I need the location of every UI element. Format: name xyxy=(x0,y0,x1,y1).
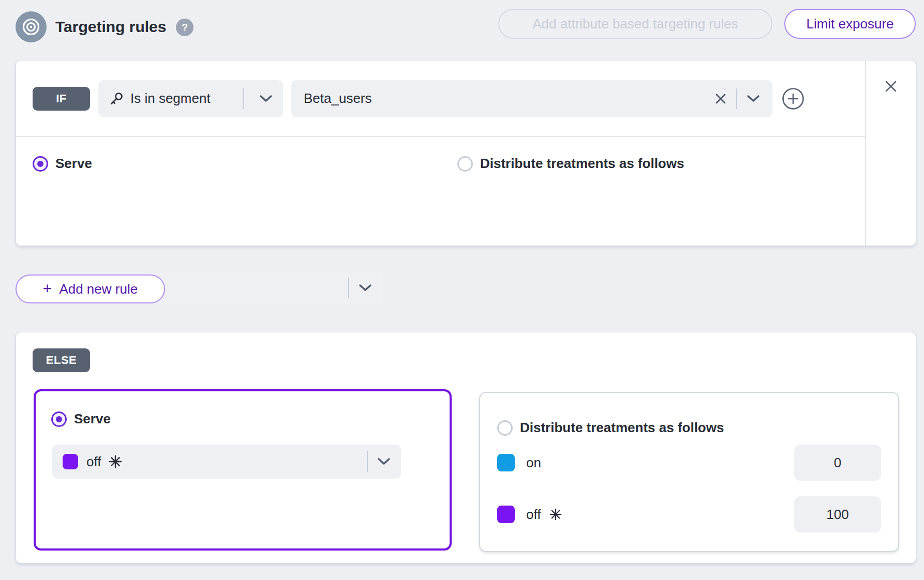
distribute-radio[interactable] xyxy=(457,156,473,172)
matcher-label: Is in segment xyxy=(130,90,211,106)
else-distribute-box[interactable]: Distribute treatments as follows on 0 of… xyxy=(479,392,899,552)
treatment-select[interactable]: off xyxy=(52,445,401,479)
serve-option[interactable]: Serve xyxy=(33,156,92,172)
if-badge: IF xyxy=(33,87,90,111)
divider xyxy=(736,88,737,109)
targeting-rules-icon xyxy=(16,11,47,42)
limit-exposure-button[interactable]: Limit exposure xyxy=(784,9,916,39)
distribute-radio[interactable] xyxy=(497,420,513,436)
distribute-label: Distribute treatments as follows xyxy=(520,420,724,436)
default-treatment-icon xyxy=(549,508,562,521)
else-rule-card: ELSE Serve off Distribute treatments as … xyxy=(16,332,916,563)
treatment-swatch xyxy=(497,506,515,523)
bullseye-icon xyxy=(20,16,42,38)
percentage-input[interactable]: 100 xyxy=(794,496,881,532)
plus-circle-icon xyxy=(782,87,804,110)
page-title: Targeting rules xyxy=(55,16,166,38)
serve-label: Serve xyxy=(74,411,111,427)
targeting-rules-page: { "header": { "title": "Targeting rules"… xyxy=(0,0,924,580)
segment-value: Beta_users xyxy=(304,90,372,106)
if-serve-section: Serve Distribute treatments as follows o… xyxy=(16,137,866,246)
distribution-row: off 100 xyxy=(497,496,881,532)
if-condition-row: IF Is in segment Beta_users xyxy=(16,60,866,137)
if-rule-card: IF Is in segment Beta_users xyxy=(16,60,916,246)
distribute-option[interactable]: Distribute treatments as follows xyxy=(497,420,724,436)
else-badge: ELSE xyxy=(33,348,90,372)
divider xyxy=(243,88,244,109)
treatment-swatch xyxy=(63,454,78,469)
help-icon[interactable]: ? xyxy=(176,19,193,36)
segment-value-select[interactable]: Beta_users xyxy=(291,80,772,117)
treatment-label: off xyxy=(526,507,541,523)
distribution-row: on 0 xyxy=(497,445,881,481)
delete-rule-button[interactable] xyxy=(880,75,902,98)
divider xyxy=(348,278,349,298)
else-serve-box[interactable]: Serve off xyxy=(34,389,452,551)
key-icon xyxy=(109,91,124,106)
percentage-input[interactable]: 0 xyxy=(794,445,881,481)
chevron-down-icon[interactable] xyxy=(747,95,760,103)
clear-icon[interactable] xyxy=(714,93,727,105)
serve-label: Serve xyxy=(55,156,92,172)
treatment-label: off xyxy=(86,454,101,470)
rule-card-rail xyxy=(865,60,916,246)
matcher-select[interactable]: Is in segment xyxy=(98,80,283,117)
serve-radio[interactable] xyxy=(51,411,67,427)
add-attribute-rules-button[interactable]: Add attribute based targeting rules xyxy=(498,9,772,39)
plus-icon: + xyxy=(43,281,52,296)
distribution-rows: on 0 off 100 xyxy=(497,445,881,532)
serve-radio[interactable] xyxy=(33,156,48,172)
divider xyxy=(367,451,368,472)
chevron-down-icon[interactable] xyxy=(377,457,391,466)
default-treatment-icon xyxy=(108,454,123,469)
distribute-option[interactable]: Distribute treatments as follows xyxy=(457,156,684,172)
close-icon xyxy=(884,80,898,93)
treatment-swatch xyxy=(497,454,515,471)
add-new-rule-button[interactable]: + Add new rule xyxy=(16,274,165,303)
serve-option[interactable]: Serve xyxy=(51,411,111,427)
treatment-label: on xyxy=(526,455,541,471)
chevron-down-icon[interactable] xyxy=(359,284,372,292)
chevron-down-icon[interactable] xyxy=(259,95,273,103)
distribute-label: Distribute treatments as follows xyxy=(480,156,684,172)
add-condition-button[interactable] xyxy=(782,87,804,110)
add-new-rule-label: Add new rule xyxy=(59,281,138,297)
